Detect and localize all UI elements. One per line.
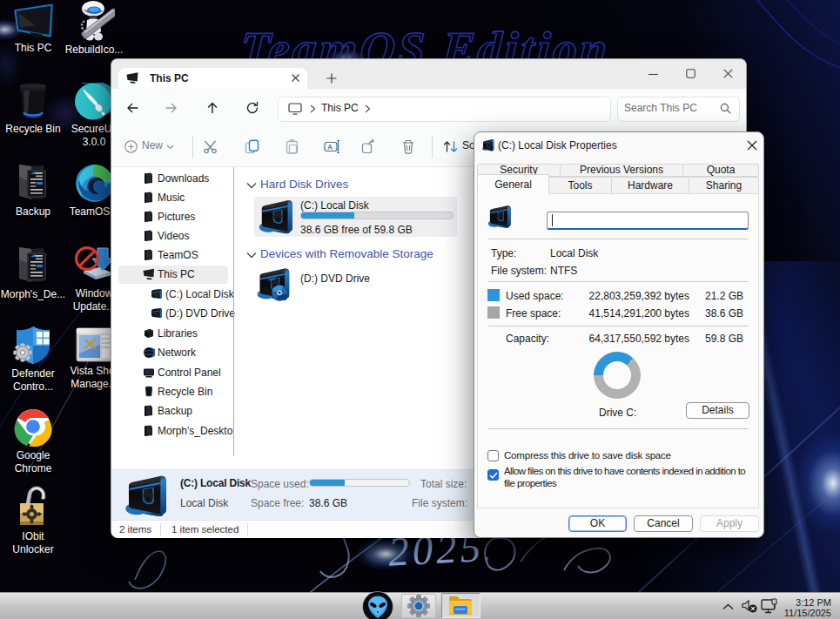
svg-text:DVD: DVD: [268, 277, 276, 282]
